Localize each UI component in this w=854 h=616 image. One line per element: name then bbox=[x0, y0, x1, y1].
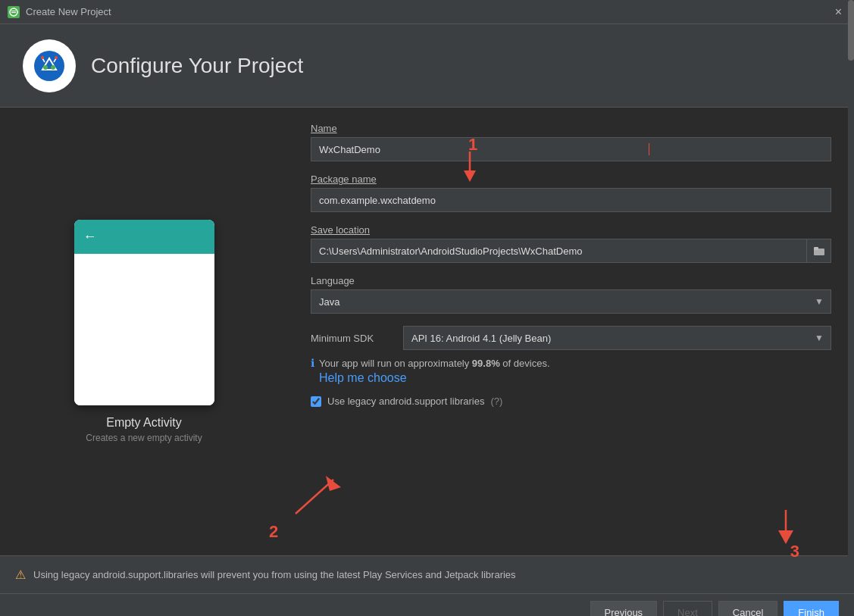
left-panel: ← Empty Activity Creates a new empty act… bbox=[0, 108, 288, 555]
help-circle-icon[interactable]: (?) bbox=[490, 396, 502, 407]
sdk-row: Minimum SDK API 16: Android 4.1 (Jelly B… bbox=[311, 326, 831, 350]
annotation-2: 2 bbox=[269, 522, 278, 542]
sdk-select[interactable]: API 16: Android 4.1 (Jelly Bean) API 21:… bbox=[403, 326, 831, 350]
language-select-wrapper: Java Kotlin ▼ bbox=[311, 289, 831, 314]
android-studio-logo bbox=[23, 39, 76, 92]
logo-svg bbox=[30, 47, 68, 85]
phone-toolbar: ← bbox=[74, 220, 214, 254]
svg-point-4 bbox=[34, 51, 64, 81]
svg-point-8 bbox=[55, 56, 58, 59]
title-bar-left: Create New Project bbox=[8, 6, 111, 18]
phone-body bbox=[74, 254, 214, 405]
close-button[interactable]: × bbox=[831, 4, 846, 20]
scrollbar-thumb[interactable] bbox=[848, 0, 854, 61]
legacy-support-checkbox[interactable] bbox=[311, 396, 321, 407]
arrow-3-svg bbox=[763, 506, 809, 552]
title-bar-text: Create New Project bbox=[26, 6, 111, 17]
header: Configure Your Project bbox=[0, 24, 854, 108]
language-label: Language bbox=[311, 275, 831, 286]
language-group: Language Java Kotlin ▼ bbox=[311, 275, 831, 314]
save-location-label: Save location bbox=[311, 224, 831, 236]
svg-point-7 bbox=[41, 56, 44, 59]
warning-icon: ⚠ bbox=[15, 568, 26, 582]
title-bar: Create New Project × bbox=[0, 0, 854, 24]
warning-bar: ⚠ Using legacy android.support.libraries… bbox=[0, 555, 854, 593]
help-me-choose-link[interactable]: Help me choose bbox=[319, 371, 550, 385]
next-button: Next bbox=[663, 601, 712, 617]
arrow-2-svg bbox=[288, 472, 349, 518]
sdk-select-wrapper: API 16: Android 4.1 (Jelly Bean) API 21:… bbox=[403, 326, 831, 350]
right-panel: Name Package name Save location bbox=[288, 108, 854, 555]
cursor-line bbox=[649, 143, 649, 155]
checkbox-row: Use legacy android.support libraries (?) bbox=[311, 396, 831, 407]
preview-sublabel: Creates a new empty activity bbox=[86, 433, 202, 443]
svg-point-6 bbox=[51, 65, 55, 70]
save-location-input-wrapper bbox=[311, 239, 831, 263]
arrow-1-svg bbox=[455, 148, 485, 186]
svg-rect-2 bbox=[11, 11, 16, 11]
info-text: Your app will run on approximately 99.8%… bbox=[319, 358, 550, 369]
back-arrow-icon: ← bbox=[83, 229, 97, 245]
svg-marker-12 bbox=[464, 170, 476, 182]
folder-icon bbox=[814, 246, 824, 255]
name-group: Name bbox=[311, 123, 831, 161]
name-input-wrapper bbox=[311, 137, 831, 161]
svg-marker-16 bbox=[778, 530, 793, 544]
name-label: Name bbox=[311, 123, 831, 134]
sdk-label: Minimum SDK bbox=[311, 333, 394, 344]
save-location-group: Save location bbox=[311, 224, 831, 263]
svg-rect-3 bbox=[11, 12, 16, 13]
language-select[interactable]: Java Kotlin bbox=[311, 289, 831, 314]
previous-button[interactable]: Previous bbox=[590, 601, 658, 617]
main-content: ← Empty Activity Creates a new empty act… bbox=[0, 108, 854, 555]
info-icon: ℹ bbox=[311, 357, 314, 369]
package-name-input[interactable] bbox=[311, 188, 831, 212]
preview-label: Empty Activity bbox=[106, 416, 182, 430]
scrollbar-track[interactable] bbox=[848, 0, 854, 616]
svg-rect-10 bbox=[814, 247, 818, 250]
android-studio-icon bbox=[8, 6, 20, 18]
svg-point-5 bbox=[43, 65, 48, 70]
package-name-label: Package name bbox=[311, 174, 831, 185]
warning-text: Using legacy android.support.libraries w… bbox=[33, 569, 516, 580]
svg-marker-14 bbox=[326, 476, 341, 491]
cancel-button[interactable]: Cancel bbox=[718, 601, 777, 617]
info-content: Your app will run on approximately 99.8%… bbox=[319, 356, 550, 385]
finish-button[interactable]: Finish bbox=[784, 601, 839, 617]
name-input[interactable] bbox=[311, 137, 831, 161]
footer: Previous Next Cancel Finish https://blog… bbox=[0, 593, 854, 616]
phone-preview: ← bbox=[74, 220, 214, 405]
legacy-support-label: Use legacy android.support libraries bbox=[327, 396, 484, 407]
info-row: ℹ Your app will run on approximately 99.… bbox=[311, 356, 831, 385]
svg-line-13 bbox=[296, 480, 333, 514]
folder-browse-button[interactable] bbox=[807, 239, 831, 263]
save-location-input[interactable] bbox=[311, 239, 807, 263]
package-name-group: Package name bbox=[311, 174, 831, 212]
page-title: Configure Your Project bbox=[91, 54, 303, 78]
